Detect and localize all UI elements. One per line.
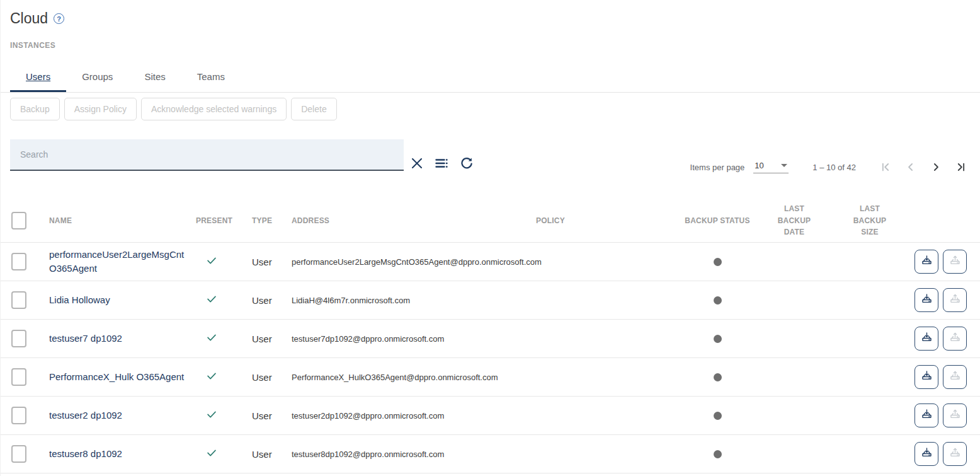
clear-search-button[interactable]	[409, 155, 425, 171]
instance-address: LidiaH@4l6m7r.onmicrosoft.com	[292, 296, 536, 305]
table-header-row: NAME PRESENT TYPE ADDRESS POLICY BACKUP …	[1, 199, 980, 243]
row-checkbox[interactable]	[11, 253, 26, 270]
instance-type: User	[252, 449, 292, 460]
restore-icon	[949, 369, 962, 385]
table-row: testuser7 dp1092 User testuser7dp1092@dp…	[1, 320, 980, 358]
restore-icon	[949, 446, 962, 461]
header-name[interactable]: NAME	[49, 216, 196, 225]
row-backup-button[interactable]	[914, 442, 938, 466]
backup-now-icon	[920, 408, 933, 423]
assign-policy-button[interactable]: Assign Policy	[64, 98, 137, 120]
table-body: performanceUser2LargeMsgCnt O365Agent Us…	[1, 243, 980, 473]
refresh-button[interactable]	[459, 155, 475, 171]
row-checkbox[interactable]	[11, 407, 26, 424]
row-checkbox[interactable]	[11, 368, 26, 386]
instance-name-link[interactable]: Lidia Holloway	[49, 288, 196, 312]
restore-icon	[949, 331, 962, 346]
present-check-icon	[205, 374, 219, 385]
restore-icon	[949, 254, 962, 269]
instance-name-link[interactable]: performanceUser2LargeMsgCnt O365Agent	[49, 243, 196, 281]
backup-now-icon	[920, 331, 933, 346]
previous-page-icon	[904, 166, 917, 175]
header-present[interactable]: PRESENT	[196, 216, 252, 225]
tab-bar: Users Groups Sites Teams	[1, 63, 980, 93]
backup-status-dot-icon	[714, 258, 722, 266]
instance-name-link[interactable]: PerformanceX_Hulk O365Agent	[49, 365, 196, 389]
table-row: Lidia Holloway User LidiaH@4l6m7r.onmicr…	[1, 281, 980, 320]
row-restore-button[interactable]	[943, 288, 967, 312]
refresh-icon	[459, 156, 474, 171]
row-backup-button[interactable]	[914, 403, 938, 427]
clear-x-icon	[409, 156, 424, 171]
cloud-instances-page: Cloud ? INSTANCES Users Groups Sites Tea…	[0, 0, 980, 476]
paginator: Items per page 10 1 – 10 of 42	[690, 161, 967, 173]
acknowledge-warnings-button[interactable]: Acknowledge selected warnings	[141, 98, 287, 120]
last-page-button[interactable]	[955, 161, 967, 173]
table-row: PerformanceX_Hulk O365Agent User Perform…	[1, 358, 980, 397]
tab-users[interactable]: Users	[10, 63, 66, 92]
header-address[interactable]: ADDRESS	[292, 216, 536, 225]
tab-groups[interactable]: Groups	[66, 63, 128, 92]
filter-button[interactable]	[433, 155, 450, 171]
instance-type: User	[252, 372, 292, 383]
instance-address: performanceUser2LargeMsgCntO365Agent@dpp…	[292, 257, 536, 267]
row-restore-button[interactable]	[943, 442, 967, 466]
chevron-down-icon	[781, 164, 787, 167]
backup-status-dot-icon	[714, 412, 722, 420]
tab-sites[interactable]: Sites	[128, 63, 181, 92]
instance-address: PerformanceX_HulkO365Agent@dppro.onmicro…	[292, 373, 536, 382]
items-per-page-select[interactable]: 10	[753, 161, 789, 173]
instance-name-link[interactable]: testuser8 dp1092	[49, 442, 196, 466]
instance-type: User	[252, 257, 292, 267]
row-checkbox[interactable]	[11, 445, 26, 463]
row-restore-button[interactable]	[943, 327, 967, 351]
header-last-backup-date[interactable]: LAST BACKUP DATE	[775, 203, 814, 238]
row-restore-button[interactable]	[943, 403, 967, 427]
backup-now-icon	[920, 369, 933, 385]
row-checkbox[interactable]	[11, 291, 26, 309]
row-backup-button[interactable]	[914, 365, 938, 389]
table-row: performanceUser2LargeMsgCnt O365Agent Us…	[1, 243, 980, 281]
instance-name-link[interactable]: testuser7 dp1092	[49, 327, 196, 351]
page-title: Cloud	[10, 10, 48, 27]
instance-type: User	[252, 334, 292, 344]
row-backup-button[interactable]	[914, 288, 938, 312]
next-page-button[interactable]	[930, 161, 942, 173]
table-controls: Items per page 10 1 – 10 of 42	[1, 139, 980, 183]
last-page-icon	[955, 166, 967, 175]
present-check-icon	[205, 451, 219, 461]
backup-status-dot-icon	[714, 335, 722, 343]
help-icon[interactable]: ?	[54, 13, 64, 24]
tab-teams[interactable]: Teams	[181, 63, 241, 92]
instance-name-link[interactable]: testuser2 dp1092	[49, 403, 196, 427]
header-type[interactable]: TYPE	[252, 216, 292, 225]
row-restore-button[interactable]	[943, 365, 967, 389]
header-policy[interactable]: POLICY	[536, 216, 685, 225]
first-page-button[interactable]	[879, 161, 892, 173]
delete-button[interactable]: Delete	[291, 98, 336, 120]
action-toolbar: Backup Assign Policy Acknowledge selecte…	[10, 98, 980, 120]
section-label: INSTANCES	[10, 41, 980, 50]
header-last-backup-size[interactable]: LAST BACKUP SIZE	[850, 203, 889, 238]
select-all-checkbox[interactable]	[11, 212, 26, 229]
row-backup-button[interactable]	[914, 327, 938, 351]
page-header: Cloud ? INSTANCES	[1, 0, 980, 50]
restore-icon	[949, 408, 962, 423]
next-page-icon	[930, 166, 942, 175]
instance-address: testuser7dp1092@dppro.onmicrosoft.com	[292, 334, 536, 344]
search-input[interactable]	[10, 139, 404, 171]
row-restore-button[interactable]	[943, 250, 967, 274]
backup-button[interactable]: Backup	[10, 98, 60, 120]
filter-list-icon	[434, 156, 449, 171]
row-backup-button[interactable]	[914, 250, 938, 274]
present-check-icon	[205, 335, 219, 346]
header-backup-status[interactable]: BACKUP STATUS	[685, 216, 750, 225]
row-checkbox[interactable]	[11, 330, 26, 347]
page-range-label: 1 – 10 of 42	[812, 163, 856, 172]
table-row: testuser8 dp1092 User testuser8dp1092@dp…	[1, 435, 980, 473]
previous-page-button[interactable]	[904, 161, 917, 173]
restore-icon	[949, 293, 962, 308]
present-check-icon	[205, 297, 219, 308]
instances-table: NAME PRESENT TYPE ADDRESS POLICY BACKUP …	[1, 199, 980, 473]
page-nav	[879, 161, 967, 173]
